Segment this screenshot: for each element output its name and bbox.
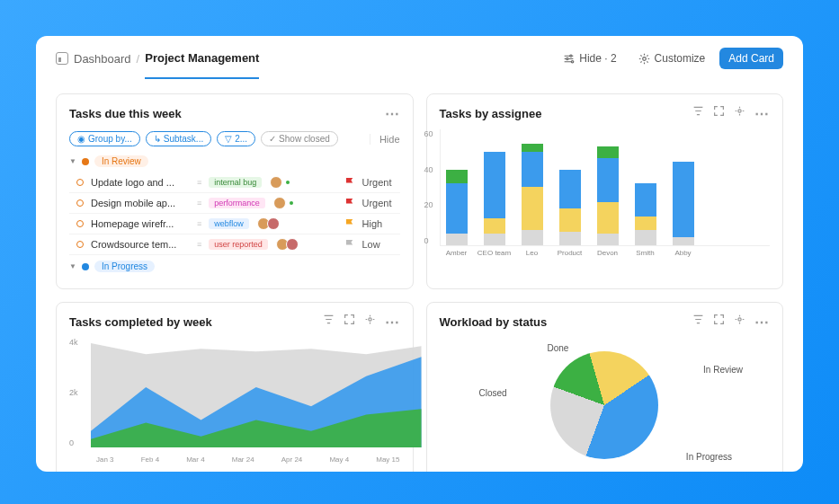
status-dot-icon: [82, 263, 89, 270]
flag-icon: [345, 239, 355, 251]
bar: [484, 152, 505, 245]
gear-icon: [638, 53, 650, 65]
pie-label-progress: In Progress: [686, 452, 732, 462]
bar: [635, 183, 656, 245]
expand-icon[interactable]: [344, 314, 355, 325]
group-in-progress[interactable]: ▼ In Progress: [69, 261, 400, 272]
svg-point-4: [738, 110, 741, 112]
task-tag: performance: [209, 198, 265, 208]
task-priority: Low: [362, 239, 400, 250]
assignee-avatars: [279, 238, 299, 251]
menu-icon: ≡: [197, 240, 201, 249]
customize-button[interactable]: Customize: [631, 49, 713, 68]
card-title: Tasks due this week: [69, 107, 182, 120]
task-priority: Urgent: [362, 198, 400, 208]
task-row[interactable]: Design mobile ap... ≡ performance Urgent: [69, 193, 400, 214]
add-card-button[interactable]: Add Card: [719, 48, 783, 69]
filter-icon[interactable]: [692, 105, 704, 117]
pie-label-done: Done: [548, 343, 569, 353]
task-row[interactable]: Crowdsource tem... ≡ user reported Low: [69, 234, 400, 255]
bar: [522, 144, 543, 245]
status-circle-icon: [76, 220, 84, 227]
task-name: Homepage wirefr...: [91, 218, 190, 229]
filter-pill[interactable]: ▽ 2...: [217, 131, 255, 146]
menu-icon: ≡: [197, 219, 201, 228]
x-label: CEO team: [477, 249, 513, 257]
bar: [597, 146, 619, 245]
card-more-icon[interactable]: ⋯: [754, 314, 770, 331]
flag-icon: [345, 198, 355, 209]
card-more-icon[interactable]: ⋯: [385, 105, 400, 122]
dashboard-icon: [56, 52, 68, 65]
task-priority: High: [362, 218, 400, 229]
svg-point-0: [570, 55, 572, 57]
card-more-icon[interactable]: ⋯: [754, 105, 770, 122]
breadcrumb-separator: /: [137, 52, 140, 66]
status-chip-review: In Review: [94, 155, 148, 167]
flag-icon: [345, 218, 355, 230]
card-title: Tasks by assignee: [440, 107, 542, 120]
bar: [673, 162, 694, 245]
topbar: Dashboard / Project Management Hide · 2 …: [56, 36, 783, 81]
filter-icon[interactable]: [692, 314, 704, 325]
pie-label-review: In Review: [703, 365, 743, 375]
x-label: Smith: [628, 249, 664, 257]
gear-icon[interactable]: [364, 314, 376, 325]
task-priority: Urgent: [362, 177, 400, 188]
pie-label-closed: Closed: [479, 388, 507, 398]
x-label: Devon: [590, 249, 626, 257]
bar: [559, 170, 581, 245]
show-closed-pill[interactable]: ✓ Show closed: [261, 131, 338, 146]
card-tasks-completed: Tasks completed by week ⋯ 4k2k0 Jan 3Feb…: [56, 302, 414, 472]
expand-icon[interactable]: [713, 314, 725, 325]
svg-point-6: [738, 318, 741, 321]
status-dot-icon: [82, 158, 89, 165]
subtasks-pill[interactable]: ↳ Subtask...: [146, 131, 211, 146]
caret-down-icon: ▼: [69, 262, 76, 270]
assignee-avatars: [276, 197, 293, 209]
breadcrumb-current[interactable]: Project Management: [145, 51, 259, 79]
menu-icon: ≡: [197, 178, 201, 187]
card-title: Tasks completed by week: [69, 315, 212, 329]
status-chip-progress: In Progress: [94, 261, 155, 272]
filter-icon[interactable]: [323, 314, 335, 325]
bar: [446, 170, 468, 245]
assignee-avatars: [260, 217, 280, 230]
status-circle-icon: [76, 179, 84, 186]
expand-icon[interactable]: [713, 105, 725, 117]
status-circle-icon: [76, 199, 84, 207]
gear-icon[interactable]: [734, 314, 745, 325]
flag-icon: [345, 177, 355, 189]
svg-point-3: [642, 57, 646, 60]
group-by-pill[interactable]: ◉ Group by...: [69, 131, 140, 146]
gear-icon[interactable]: [734, 105, 745, 117]
hide-button[interactable]: Hide · 2: [556, 49, 623, 68]
area-chart: 4k2k0 Jan 3Feb 4Mar 4Mar 24Apr 24May 4Ma…: [69, 338, 400, 464]
task-tag: user reported: [209, 239, 268, 250]
breadcrumb-root[interactable]: Dashboard: [74, 52, 131, 66]
x-label: Amber: [439, 249, 475, 257]
task-tag: internal bug: [209, 177, 262, 188]
card-title: Workload by status: [440, 315, 548, 329]
caret-down-icon: ▼: [69, 157, 76, 165]
task-name: Update logo and ...: [91, 177, 190, 188]
card-tasks-by-assignee: Tasks by assignee ⋯ 6040200 AmberCEO tea…: [426, 93, 784, 289]
svg-point-1: [567, 57, 568, 59]
sliders-icon: [563, 53, 575, 65]
customize-label: Customize: [655, 52, 706, 65]
menu-icon: ≡: [197, 199, 201, 208]
card-tasks-due: Tasks due this week ⋯ ◉ Group by... ↳ Su…: [56, 93, 414, 289]
status-circle-icon: [76, 241, 84, 248]
card-more-icon[interactable]: ⋯: [385, 314, 400, 331]
x-label: Leo: [514, 249, 550, 257]
assignee-avatars: [272, 176, 290, 189]
x-label: Product: [552, 249, 588, 257]
task-name: Crowdsource tem...: [91, 239, 190, 250]
task-row[interactable]: Update logo and ... ≡ internal bug Urgen…: [69, 172, 400, 193]
group-in-review[interactable]: ▼ In Review: [69, 155, 400, 167]
task-name: Design mobile ap...: [91, 198, 190, 208]
breadcrumb: Dashboard / Project Management: [56, 39, 259, 79]
task-row[interactable]: Homepage wirefr... ≡ webflow High: [69, 214, 400, 234]
hide-link[interactable]: Hide: [370, 134, 400, 145]
task-tag: webflow: [209, 218, 249, 229]
